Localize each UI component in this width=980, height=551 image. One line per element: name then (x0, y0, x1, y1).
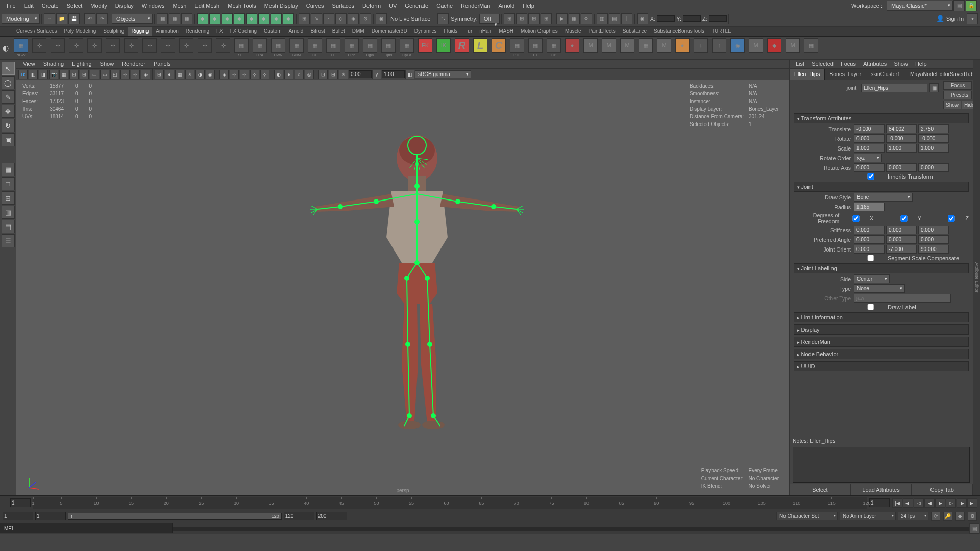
shelf-tab[interactable]: Substance (619, 27, 650, 36)
menu-editmesh[interactable]: Edit Mesh (190, 1, 224, 11)
range-playback-end-field[interactable] (284, 512, 314, 520)
range-slider-track[interactable]: 1120 (68, 513, 282, 520)
undo-icon[interactable]: ↶ (84, 13, 95, 24)
shelf-item[interactable]: ▦PTE (509, 38, 525, 58)
shelf-item[interactable]: ⊹ (215, 38, 231, 58)
attribute-editor-sidebar-tab[interactable]: Attribute Editor (973, 60, 980, 495)
snap-point-icon[interactable]: · (323, 13, 334, 24)
prefangle-z-field[interactable] (918, 235, 949, 244)
snap-grid-icon[interactable]: ⊞ (299, 13, 310, 24)
shelf-tab[interactable]: Domemaster3D (368, 27, 411, 36)
shelf-item[interactable]: ● (674, 38, 691, 58)
vp-icon[interactable]: ◨ (39, 70, 48, 79)
shelf-item[interactable]: ▦ (638, 38, 654, 58)
shelf-tab[interactable]: SubstanceBonusTools (650, 27, 708, 36)
vp-grid-icon[interactable]: ⊞ (80, 70, 89, 79)
shelf-tab[interactable]: Fur (461, 27, 476, 36)
scale-y-field[interactable] (886, 144, 917, 153)
shelf-item[interactable]: FK (417, 38, 433, 58)
inherits-transform-checkbox[interactable] (855, 173, 886, 180)
range-start-field[interactable] (3, 512, 33, 520)
type-dropdown[interactable]: None (854, 284, 905, 293)
draw-style-dropdown[interactable]: Bone (854, 193, 913, 202)
menu-meshdisplay[interactable]: Mesh Display (260, 1, 302, 11)
shelf-item[interactable]: ⊹ (123, 38, 139, 58)
play-forward-icon[interactable]: ▶ (935, 498, 945, 508)
shelf-item[interactable]: ▦Hjnd (380, 38, 397, 58)
vp-icon[interactable]: ⊹ (260, 70, 270, 79)
module-dropdown[interactable]: Modeling (2, 14, 40, 24)
vp-icon[interactable]: ⊹ (131, 70, 140, 79)
shelf-tab[interactable]: Poly Modeling (60, 27, 100, 36)
step-back-frame-icon[interactable]: ◁ (914, 498, 924, 508)
section-uuid[interactable]: UUID (794, 361, 969, 371)
vp-select-camera-icon[interactable]: R (18, 70, 28, 79)
vp-image-plane-icon[interactable]: ▦ (59, 70, 68, 79)
rotate-y-field[interactable] (886, 134, 917, 143)
cg-icon[interactable]: ⊞ (541, 13, 552, 24)
shelf-item[interactable]: ▦FT (527, 38, 544, 58)
ae-tab[interactable]: MayaNodeEditorSavedTabs (905, 69, 980, 80)
shelf-item[interactable]: M (785, 38, 801, 58)
vp-wireframe-icon[interactable]: ⊞ (155, 70, 164, 79)
rotateaxis-y-field[interactable] (886, 163, 917, 172)
node-icon[interactable]: ◉ (637, 13, 648, 24)
shelf-tab[interactable]: Rigging (128, 27, 152, 36)
shelf-item[interactable]: M (619, 38, 635, 58)
shelf-item[interactable]: ⊹ (86, 38, 103, 58)
viewport-3d[interactable]: Verts:1587700Edges:3311700Faces:1732300T… (16, 80, 789, 495)
character-set-dropdown[interactable]: No Character Set (776, 512, 838, 520)
mask-icon[interactable]: ◆ (234, 13, 245, 24)
shelf-item[interactable]: ⊹ (105, 38, 121, 58)
select-button[interactable]: Select (790, 484, 851, 495)
timeline-start-field[interactable] (10, 498, 31, 507)
vp-icon[interactable]: ⊡ (69, 70, 79, 79)
shelf-item[interactable]: M (748, 38, 764, 58)
section-joint[interactable]: Joint (794, 182, 969, 192)
shelf-tab[interactable]: Sculpting (100, 27, 128, 36)
vp-film-gate-icon[interactable]: ▭ (90, 70, 99, 79)
scale-z-field[interactable] (918, 144, 949, 153)
menu-uv[interactable]: UV (385, 1, 401, 11)
outliner-icon[interactable]: ☰ (2, 234, 15, 247)
segment-scale-checkbox[interactable] (855, 255, 886, 261)
shelf-item[interactable]: ▦NGW (13, 38, 29, 58)
rotateaxis-z-field[interactable] (918, 163, 949, 172)
prefs-icon[interactable]: ⚙ (968, 512, 977, 521)
shelf-item[interactable]: ◉ (729, 38, 746, 58)
shelf-tab[interactable]: Bifrost (307, 27, 328, 36)
ae-tab[interactable]: Ellen_Hips (790, 69, 825, 80)
jointorient-y-field[interactable] (886, 245, 917, 254)
shelf-tab[interactable]: Arnold (285, 27, 307, 36)
dof-z-checkbox[interactable] (939, 215, 964, 222)
anim-layer-dropdown[interactable]: No Anim Layer (840, 512, 896, 520)
vp-exposure-field[interactable] (349, 70, 372, 78)
panel-layout-icon[interactable]: ▤ (609, 13, 620, 24)
ae-menu-attributes[interactable]: Attributes (860, 60, 890, 68)
shelf-tab[interactable]: Curves / Surfaces (13, 27, 60, 36)
menu-meshtools[interactable]: Mesh Tools (224, 1, 260, 11)
workspace-dropdown[interactable]: Maya Classic* (887, 1, 953, 11)
translate-z-field[interactable] (918, 124, 949, 133)
shelf-item[interactable]: ⊹ (197, 38, 213, 58)
vp-xray-joints-icon[interactable]: ⊹ (230, 70, 239, 79)
menu-arnold[interactable]: Arnold (494, 1, 519, 11)
marketplace-icon[interactable]: ▾ (967, 13, 978, 24)
shelf-item[interactable]: R (454, 38, 470, 58)
load-attributes-button[interactable]: Load Attributes (851, 484, 912, 495)
shelf-item[interactable]: ⊹ (50, 38, 66, 58)
stiffness-x-field[interactable] (854, 226, 885, 234)
shelf-item[interactable]: M (582, 38, 599, 58)
shelf-item[interactable]: ▦EE (325, 38, 341, 58)
menu-surfaces[interactable]: Surfaces (328, 1, 358, 11)
prefangle-y-field[interactable] (886, 235, 917, 244)
snap-plane-icon[interactable]: ◇ (335, 13, 347, 24)
shelf-tab[interactable]: Motion Graphics (517, 27, 561, 36)
layout-4-icon[interactable]: ⊞ (2, 191, 15, 205)
shelf-tab[interactable]: Rendering (182, 27, 213, 36)
lasso-tool[interactable]: ◯ (2, 76, 15, 89)
vp-lights-icon[interactable]: ☀ (185, 70, 194, 79)
shelf-tab[interactable]: TURTLE (708, 27, 735, 36)
signin-button[interactable]: Sign In (946, 16, 964, 22)
vp-xray-icon[interactable]: ◈ (219, 70, 229, 79)
